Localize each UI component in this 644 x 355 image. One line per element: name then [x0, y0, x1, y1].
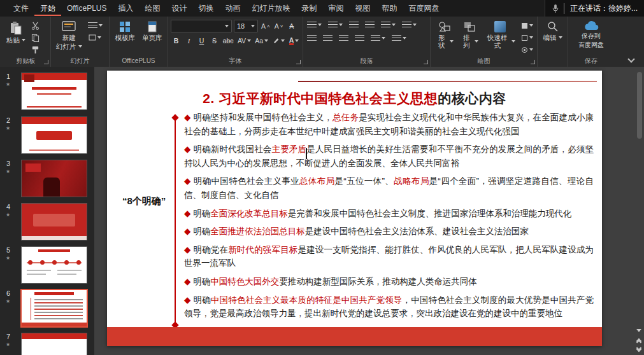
font-name-select[interactable]: [171, 20, 232, 32]
layout-button[interactable]: [87, 20, 104, 31]
drawing-dialog-launcher[interactable]: [531, 60, 535, 64]
slide-thumbnail-3[interactable]: [22, 160, 87, 197]
copy-button[interactable]: [30, 32, 41, 43]
menu-insert[interactable]: 插入: [112, 1, 139, 16]
menu-slideshow[interactable]: 幻灯片放映: [246, 1, 296, 16]
vertical-scrollbar-thumb[interactable]: [637, 72, 642, 139]
previous-slide-button[interactable]: [637, 339, 641, 342]
menu-draw[interactable]: 绘图: [139, 1, 166, 16]
ribbon-group-officeplus: 模板库 单页库 OfficePLUS: [110, 17, 168, 67]
menu-design[interactable]: 设计: [166, 1, 192, 16]
slide-title[interactable]: 2. 习近平新时代中国特色社会主义思想的核心内容: [107, 90, 602, 108]
slide-number: 7: [6, 333, 10, 340]
columns-button[interactable]: [369, 33, 387, 43]
single-page-library-button[interactable]: 单页库: [140, 20, 165, 43]
menu-view[interactable]: 视图: [349, 1, 376, 16]
editing-button[interactable]: 编辑: [541, 20, 565, 43]
voice-status-overlay: 正在讲话：徐婷婷...: [545, 0, 644, 17]
next-slide-button[interactable]: [637, 349, 641, 351]
shapes-button[interactable]: 形状: [433, 20, 456, 50]
bullet-1[interactable]: ◆ 明确坚持和发展中国特色社会主义，总任务是实现社会主义现代化和中华民族伟大复兴…: [184, 111, 594, 138]
bullet-3[interactable]: ◆ 明确中国特色社会主义事业总体布局是“五位一体”、战略布局是“四个全面”，强调…: [184, 174, 594, 202]
shape-effects-button[interactable]: [520, 45, 534, 55]
ribbon-group-slides: 新建 幻灯片 幻灯片: [51, 17, 110, 67]
clear-formatting-button[interactable]: A: [286, 21, 297, 31]
slide-decor-line: [298, 81, 597, 82]
save-to-baidu-pan-button[interactable]: 保存到 百度网盘: [576, 20, 606, 50]
justify-button[interactable]: [354, 33, 366, 43]
arrange-button[interactable]: 排列: [458, 20, 481, 50]
increase-indent-button[interactable]: [364, 20, 376, 30]
slide-thumbnail-2[interactable]: [22, 117, 87, 153]
line-spacing-button[interactable]: [380, 20, 397, 30]
italic-button[interactable]: I: [183, 36, 194, 46]
menu-review[interactable]: 审阅: [322, 1, 349, 16]
align-center-button[interactable]: [322, 33, 334, 43]
clipboard-dialog-launcher[interactable]: [44, 60, 48, 64]
slide-thumbnail-1[interactable]: [22, 73, 87, 109]
menu-officeplus[interactable]: OfficePLUS: [61, 1, 112, 16]
new-slide-icon: [62, 21, 76, 32]
scroll-down-button[interactable]: [636, 329, 641, 332]
bold-button[interactable]: B: [171, 36, 182, 46]
menu-file[interactable]: 文件: [8, 1, 34, 16]
reset-slide-button[interactable]: [87, 32, 104, 43]
smartart-convert-button[interactable]: [390, 33, 408, 43]
font-dialog-launcher[interactable]: [296, 60, 301, 64]
slide-number: 3: [6, 160, 10, 167]
collapse-ribbon-chevron-icon[interactable]: [627, 55, 634, 62]
template-library-button[interactable]: 模板库: [113, 20, 138, 43]
bullet-5[interactable]: ◆ 明确全面推进依法治国总目标是建设中国特色社会主义法治体系、建设社会主义法治国…: [184, 225, 594, 239]
font-color-button[interactable]: A: [288, 36, 300, 46]
ribbon-group-drawing: 形状 排列 快速样式: [431, 17, 538, 67]
cut-button[interactable]: [30, 20, 41, 31]
align-right-button[interactable]: [338, 33, 350, 43]
slide-side-label[interactable]: “8个明确”: [122, 195, 166, 207]
change-case-button[interactable]: Aa: [254, 36, 269, 46]
grow-font-button[interactable]: A˄: [260, 21, 271, 31]
slide-thumbnail-4[interactable]: [22, 204, 87, 240]
bullet-2[interactable]: ◆ 明确新时代我国社会主要矛盾是人民日益增长的美好生活需要和不平衡不充分的发展之…: [184, 143, 594, 170]
bullets-button[interactable]: [306, 20, 323, 30]
shape-outline-button[interactable]: [520, 32, 534, 43]
slide-editor-area: 2. 习近平新时代中国特色社会主义思想的核心内容 “8个明确” ◆ 明确坚持和发…: [94, 67, 644, 355]
decrease-indent-button[interactable]: [348, 20, 360, 30]
format-painter-button[interactable]: [30, 45, 41, 55]
strikethrough-abc-button[interactable]: abc: [222, 36, 234, 46]
new-slide-button[interactable]: 新建 幻灯片: [54, 20, 85, 52]
paragraph-dialog-launcher[interactable]: [424, 60, 428, 64]
slide-thumbnail-7[interactable]: [22, 333, 87, 355]
menu-animations[interactable]: 动画: [219, 1, 246, 16]
align-left-button[interactable]: [306, 33, 318, 43]
paste-button[interactable]: 粘贴: [4, 20, 28, 45]
slide-body-text[interactable]: ◆ 明确坚持和发展中国特色社会主义，总任务是实现社会主义现代化和中华民族伟大复兴…: [184, 111, 594, 325]
single-page-library-icon: [147, 21, 158, 32]
font-size-select[interactable]: 18: [234, 20, 258, 32]
text-highlight-button[interactable]: [271, 36, 286, 46]
slide-thumbnail-6-selected[interactable]: [22, 290, 87, 326]
numbering-button[interactable]: [327, 20, 344, 30]
menu-record[interactable]: 录制: [296, 1, 322, 16]
strikethrough-button[interactable]: S: [209, 36, 220, 46]
officeplus-group-label: OfficePLUS: [122, 57, 155, 64]
bullet-7[interactable]: ◆ 明确中国特色大国外交要推动构建新型国际关系，推动构建人类命运共同体: [184, 275, 594, 289]
character-spacing-button[interactable]: AV: [236, 36, 252, 46]
bullet-6[interactable]: ◆ 明确党在新时代的强军目标是建设一支听党指挥、能打胜仗、作风优良的人民军队，把…: [184, 243, 594, 270]
text-direction-button[interactable]: [401, 20, 418, 30]
menu-transitions[interactable]: 切换: [192, 1, 219, 16]
underline-button[interactable]: U: [196, 36, 207, 46]
bullet-8[interactable]: ◆ 明确中国特色社会主义最本质的特征是中国共产党领导，中国特色社会主义制度的最大…: [184, 293, 594, 321]
slide-number: 2: [6, 116, 10, 124]
slide-thumbnail-5[interactable]: [22, 247, 87, 283]
menu-home[interactable]: 开始: [34, 1, 61, 16]
menu-help[interactable]: 帮助: [376, 1, 403, 16]
menu-baidu-pan[interactable]: 百度网盘: [403, 1, 445, 16]
slide-canvas[interactable]: 2. 习近平新时代中国特色社会主义思想的核心内容 “8个明确” ◆ 明确坚持和发…: [107, 71, 602, 346]
bullet-4[interactable]: ◆ 明确全面深化改革总目标是完善和发展中国特色社会主义制度、推进国家治理体系和治…: [184, 207, 594, 221]
ribbon-group-paragraph: 段落: [303, 17, 431, 67]
animation-star-icon: ★: [6, 169, 10, 174]
shrink-font-button[interactable]: A˅: [273, 21, 285, 31]
animation-star-icon: ★: [6, 255, 10, 261]
quick-styles-button[interactable]: 快速样式: [483, 20, 518, 50]
shape-fill-button[interactable]: [520, 20, 534, 31]
